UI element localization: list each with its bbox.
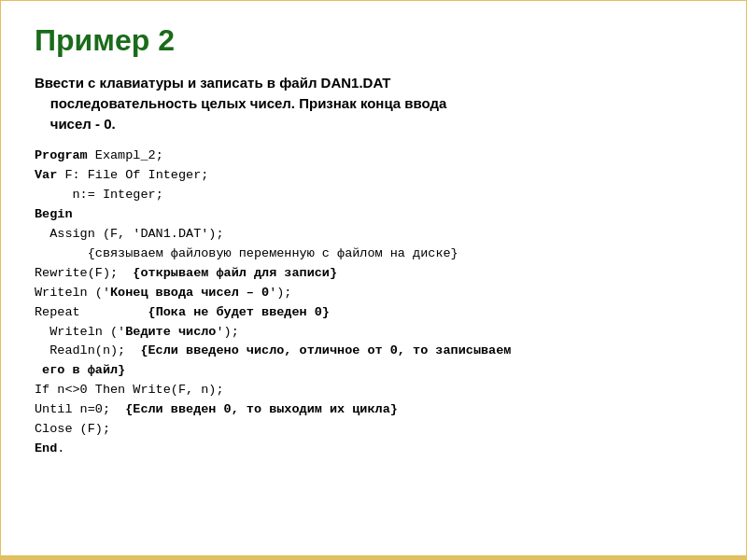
code-line-5: Assign (F, 'DAN1.DAT');	[35, 225, 712, 245]
page-title: Пример 2	[35, 23, 712, 58]
code-line-7: Rewrite(F); {открываем файл для записи}	[35, 264, 712, 284]
code-text: Rewrite(F);	[35, 266, 133, 280]
code-text: F: File Of Integer;	[57, 168, 208, 182]
code-text: Until n=0;	[35, 402, 125, 416]
code-line-11b: его в файл}	[35, 361, 712, 381]
code-comment: {Если введен 0, то выходим их цикла}	[125, 402, 398, 416]
code-block: Program Exampl_2; Var F: File Of Integer…	[35, 147, 712, 459]
code-text: Exampl_2;	[88, 148, 163, 162]
code-line-9: Repeat {Пока не будет введен 0}	[35, 303, 712, 323]
code-line-2: Var F: File Of Integer;	[35, 166, 712, 186]
code-text: Writeln ('	[35, 286, 110, 300]
code-line-13: Until n=0; {Если введен 0, то выходим их…	[35, 400, 712, 420]
code-text: .	[57, 441, 64, 455]
code-text: ');	[269, 286, 291, 300]
code-line-11: Readln(n); {Если введено число, отличное…	[35, 342, 712, 361]
code-text: Writeln ('	[35, 325, 125, 339]
code-line-10: Writeln ('Ведите число');	[35, 323, 712, 343]
code-line-15: End.	[35, 440, 712, 459]
keyword-var: Var	[35, 168, 57, 182]
code-line-4: Begin	[35, 205, 712, 225]
code-text: Assign (F, 'DAN1.DAT');	[35, 227, 224, 241]
description: Ввести с клавиатуры и записать в файл DA…	[35, 73, 712, 133]
code-line-12: If n<>0 Then Write(F, n);	[35, 381, 712, 400]
page-container: Пример 2 Ввести с клавиатуры и записать …	[0, 0, 747, 560]
code-comment-bold: Ведите число	[125, 325, 216, 339]
code-comment: {Если введено число, отличное от 0, то з…	[140, 343, 511, 357]
code-comment-cont: его в файл}	[35, 363, 125, 377]
code-line-8: Writeln ('Конец ввода чисел – 0');	[35, 284, 712, 303]
code-line-3: n:= Integer;	[35, 186, 712, 205]
code-text: ');	[216, 325, 238, 339]
code-comment: {Пока не будет введен 0}	[148, 305, 330, 319]
code-text: Readln(n);	[35, 343, 140, 357]
keyword-program: Program	[35, 148, 88, 162]
code-line-6: {связываем файловую переменную с файлом …	[35, 245, 712, 264]
code-line-14: Close (F);	[35, 420, 712, 440]
code-text: If n<>0 Then Write(F, n);	[35, 383, 224, 397]
code-comment-bold: Конец ввода чисел – 0	[110, 286, 269, 300]
code-line-1: Program Exampl_2;	[35, 147, 712, 166]
code-text: Repeat	[35, 305, 148, 319]
code-text: n:= Integer;	[35, 188, 163, 202]
keyword-begin: Begin	[35, 207, 73, 221]
code-text: {связываем файловую переменную с файлом …	[35, 246, 458, 260]
code-text: Close (F);	[35, 422, 110, 436]
code-comment: {открываем файл для записи}	[133, 266, 337, 280]
keyword-end: End	[35, 441, 57, 455]
